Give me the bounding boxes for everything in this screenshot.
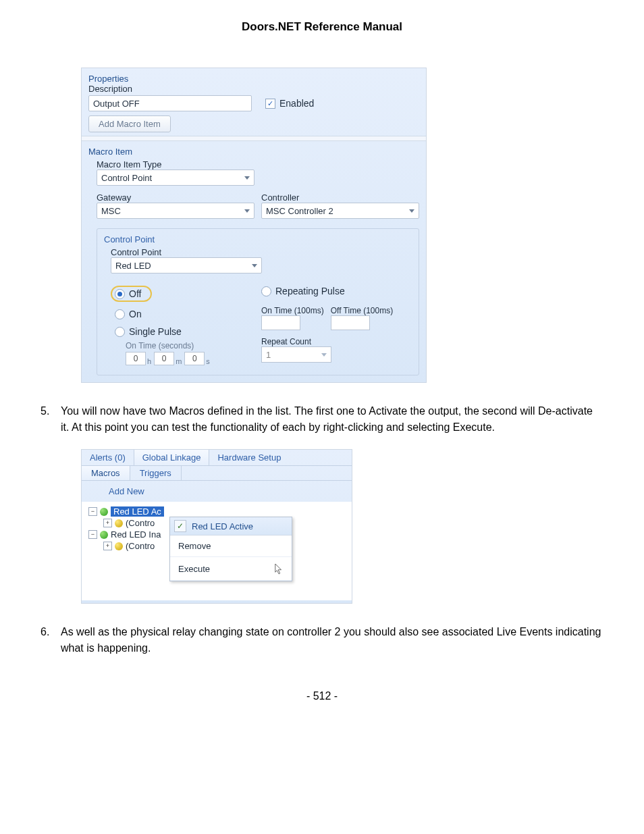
context-menu-title: Red LED Active [192, 521, 253, 531]
context-remove-label: Remove [178, 541, 211, 551]
on-time-s-input[interactable]: 0 [184, 352, 205, 365]
control-point-label: Control Point [111, 247, 412, 257]
expander-minus-icon[interactable]: − [88, 507, 97, 516]
macro-item-header: Macro Item [88, 145, 419, 157]
unit-m: m [176, 357, 182, 365]
control-point-group-title: Control Point [104, 234, 412, 244]
macro-node-icon [100, 508, 108, 516]
context-menu-header: ✓ Red LED Active [170, 517, 292, 536]
macro-tree: − Red LED Ac + (Contro − Red LED Ina + (… [82, 502, 352, 600]
top-tab-row: Alerts (0) Global Linkage Hardware Setup [82, 450, 352, 466]
page-number: - 512 - [41, 690, 603, 702]
context-menu: ✓ Red LED Active Remove Execute [169, 517, 292, 581]
macro-item-type-label: Macro Item Type [97, 159, 419, 170]
subtab-macros[interactable]: Macros [82, 466, 130, 480]
panel-divider [82, 136, 426, 141]
gateway-label: Gateway [97, 192, 254, 203]
description-input[interactable]: Output OFF [88, 95, 252, 111]
step-5-number: 5. [41, 403, 61, 436]
macros-panel: Alerts (0) Global Linkage Hardware Setup… [81, 449, 352, 604]
tree-item-red-led-active[interactable]: Red LED Ac [111, 506, 164, 517]
radio-off[interactable] [115, 289, 125, 299]
add-macro-item-button[interactable]: Add Macro Item [88, 115, 171, 132]
tree-item-child-1[interactable]: (Contro [126, 518, 155, 528]
tree-item-red-led-inactive[interactable]: Red LED Ina [111, 529, 161, 540]
radio-on[interactable] [115, 309, 125, 319]
controller-label: Controller [261, 192, 419, 203]
enabled-label: Enabled [279, 98, 314, 109]
enabled-checkbox[interactable]: ✓ [265, 99, 275, 109]
step-6-text: As well as the physical relay changing s… [61, 624, 603, 656]
child-node-icon [115, 542, 123, 550]
radio-on-label: On [129, 309, 142, 319]
check-icon: ✓ [174, 520, 186, 532]
repeat-count-label: Repeat Count [261, 337, 412, 346]
sub-tab-row: Macros Triggers [82, 466, 352, 481]
radio-repeating-pulse-label: Repeating Pulse [275, 286, 345, 296]
radio-single-pulse[interactable] [115, 327, 125, 337]
radio-repeating-pulse[interactable] [261, 286, 271, 296]
context-menu-remove[interactable]: Remove [170, 536, 292, 557]
off-time-100-input[interactable] [331, 315, 370, 330]
child-node-icon [115, 519, 123, 527]
off-time-100-label: Off Time (100ms) [331, 306, 393, 315]
properties-header: Properties [88, 72, 419, 84]
expander-plus-icon[interactable]: + [103, 519, 112, 527]
control-point-group: Control Point Control Point Red LED Off [97, 228, 419, 375]
tab-alerts[interactable]: Alerts (0) [82, 450, 134, 465]
add-new-link[interactable]: Add New [82, 484, 352, 502]
unit-h: h [147, 357, 151, 365]
document-title: Doors.NET Reference Manual [41, 20, 603, 34]
gateway-dropdown[interactable]: MSC [97, 203, 254, 219]
expander-minus-icon[interactable]: − [88, 530, 97, 539]
subtab-triggers[interactable]: Triggers [130, 466, 182, 480]
controller-dropdown[interactable]: MSC Controller 2 [261, 203, 419, 219]
tab-global-linkage[interactable]: Global Linkage [134, 450, 210, 465]
expander-plus-icon[interactable]: + [103, 542, 112, 550]
step-6-number: 6. [41, 624, 61, 656]
properties-panel: Properties Description Output OFF ✓ Enab… [81, 68, 427, 383]
macro-node-icon [100, 531, 108, 539]
step-5: 5. You will now have two Macros defined … [41, 403, 603, 436]
radio-off-highlight: Off [111, 286, 152, 302]
radio-off-label: Off [129, 288, 141, 299]
macro-item-type-dropdown[interactable]: Control Point [97, 170, 254, 186]
step-5-text: You will now have two Macros defined in … [61, 403, 603, 436]
step-6: 6. As well as the physical relay changin… [41, 624, 603, 656]
on-time-100-input[interactable] [261, 315, 300, 330]
unit-s: s [206, 357, 210, 365]
tree-item-child-2[interactable]: (Contro [126, 541, 155, 551]
context-execute-label: Execute [178, 564, 210, 574]
description-label: Description [88, 84, 419, 94]
radio-single-pulse-label: Single Pulse [129, 326, 182, 337]
context-menu-execute[interactable]: Execute [170, 557, 292, 581]
on-time-m-input[interactable]: 0 [154, 352, 174, 365]
on-time-seconds-label: On Time (seconds) [111, 341, 261, 350]
on-time-h-input[interactable]: 0 [126, 352, 146, 365]
control-point-dropdown[interactable]: Red LED [111, 257, 262, 273]
on-time-100-label: On Time (100ms) [261, 306, 324, 315]
tab-hardware-setup[interactable]: Hardware Setup [209, 450, 289, 465]
cursor-icon [274, 563, 284, 575]
repeat-count-input[interactable]: 1 [261, 346, 331, 363]
